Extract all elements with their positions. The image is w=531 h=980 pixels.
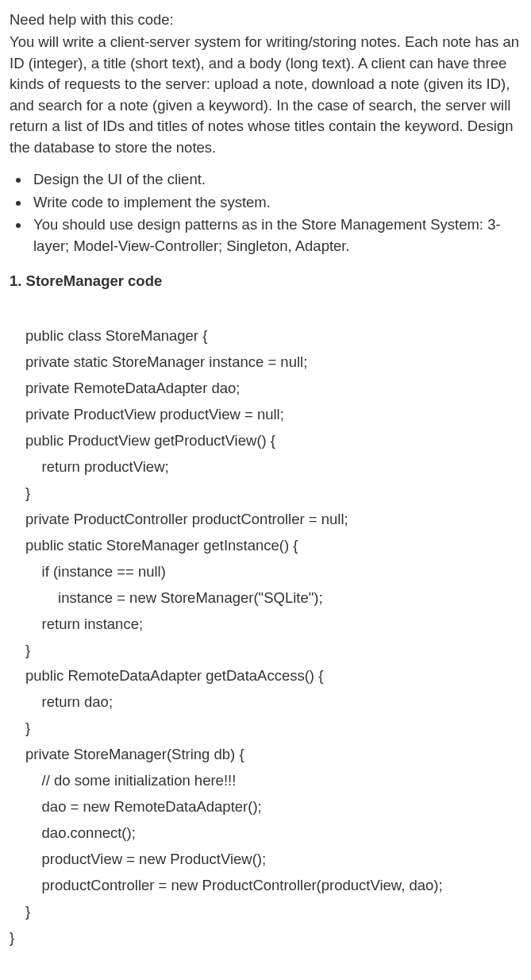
list-item: You should use design patterns as in the… bbox=[30, 214, 521, 257]
list-item: Design the UI of the client. bbox=[30, 169, 521, 190]
list-item: Write code to implement the system. bbox=[30, 192, 521, 213]
code-block: public class StoreManager { private stat… bbox=[25, 323, 521, 924]
description-paragraph: You will write a client-server system fo… bbox=[10, 32, 521, 158]
section-heading: 1. StoreManager code bbox=[10, 271, 521, 291]
intro-line: Need help with this code: bbox=[10, 10, 521, 30]
requirements-list: Design the UI of the client. Write code … bbox=[10, 169, 521, 257]
code-trailing-brace: } bbox=[10, 925, 521, 951]
